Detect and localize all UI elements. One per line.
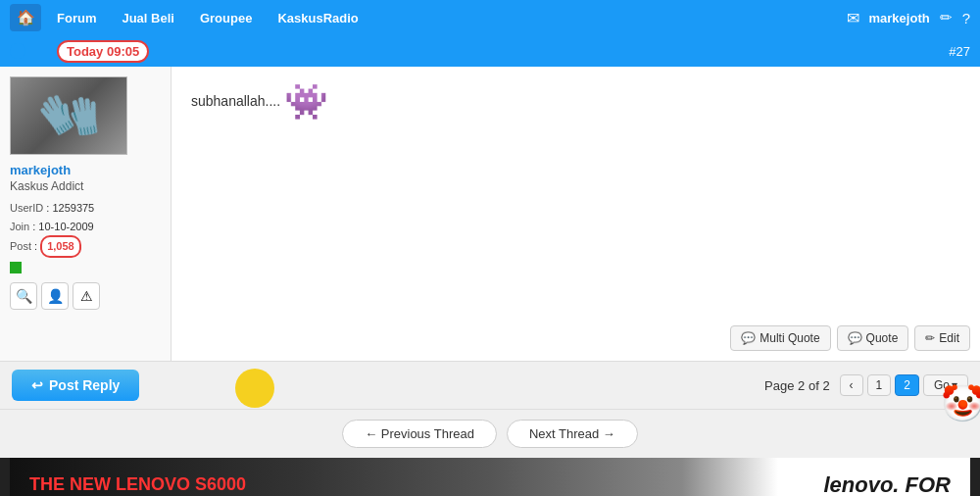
mail-icon[interactable]: ✉ <box>847 9 859 27</box>
user-rank: Kaskus Addict <box>10 179 161 193</box>
help-icon-btn[interactable]: ? <box>962 10 970 26</box>
deco-character: 🤡 <box>941 383 980 442</box>
nav-jualbeli[interactable]: Jual Beli <box>112 7 183 29</box>
next-thread-button[interactable]: Next Thread → <box>507 420 638 448</box>
thread-navigation: ← Previous Thread Next Thread → <box>0 409 980 458</box>
quote-button[interactable]: 💬 Quote <box>837 325 909 351</box>
nav-right-area: ✉ markejoth ✏ ? <box>847 9 970 27</box>
post-emoticon: 👾 <box>284 81 328 123</box>
quote-label: Quote <box>866 331 899 345</box>
multiquote-button[interactable]: 💬 Multi Quote <box>730 325 830 351</box>
post-reply-label: Post Reply <box>49 377 120 393</box>
ad-text: THE NEW LENOVO S6000 <box>29 474 246 495</box>
user-profile-icon[interactable]: 👤 <box>41 282 69 310</box>
advertisement-bar: THE NEW LENOVO S6000 lenovo. FOR <box>0 458 980 496</box>
user-action-icons: 🔍 👤 ⚠ <box>10 282 161 310</box>
userid-row: UserID : 1259375 <box>10 199 161 218</box>
join-label: Join <box>10 221 29 232</box>
user-info-table: UserID : 1259375 Join : 10-10-2009 Post … <box>10 199 161 258</box>
prev-thread-label: ← Previous Thread <box>365 426 474 441</box>
post-count-badge: 1,058 <box>40 235 81 258</box>
join-value: : 10-10-2009 <box>32 221 93 232</box>
top-navigation: 🏠 Forum Jual Beli Groupee KaskusRadio ✉ … <box>0 0 980 35</box>
next-thread-label: Next Thread → <box>529 426 615 441</box>
multiquote-icon: 💬 <box>741 331 756 345</box>
post-reply-button[interactable]: ↩ Post Reply <box>12 370 139 401</box>
page-2-btn[interactable]: 2 <box>895 374 919 396</box>
username-link[interactable]: markejoth <box>10 163 161 177</box>
userid-label: UserID <box>10 202 43 214</box>
home-button[interactable]: 🏠 <box>10 4 41 31</box>
main-post-area: markejoth Kaskus Addict UserID : 1259375… <box>0 67 980 361</box>
nav-kaskusradio[interactable]: KaskusRadio <box>268 7 368 29</box>
post-header-bar: Today 09:05 #27 <box>0 35 980 67</box>
post-text: subhanallah.... 👾 <box>191 81 960 123</box>
edit-pencil-icon: ✏ <box>925 331 935 345</box>
post-timestamp: Today 09:05 <box>57 40 149 63</box>
prev-thread-button[interactable]: ← Previous Thread <box>342 420 497 448</box>
user-search-icon[interactable]: 🔍 <box>10 282 37 310</box>
page-info-label: Page 2 of 2 <box>764 378 830 393</box>
online-indicator <box>10 262 22 273</box>
reply-arrow-icon: ↩ <box>31 377 43 393</box>
ad-brand: lenovo. FOR <box>823 472 951 497</box>
user-sidebar: markejoth Kaskus Addict UserID : 1259375… <box>0 67 172 361</box>
post-action-buttons: 💬 Multi Quote 💬 Quote ✏ Edit <box>730 325 970 351</box>
post-number: #27 <box>949 44 970 59</box>
user-avatar <box>10 76 127 155</box>
avatar-image <box>11 76 126 155</box>
nav-username[interactable]: markejoth <box>869 11 930 25</box>
post-label: Post <box>10 240 31 252</box>
post-body-text: subhanallah.... <box>191 93 280 109</box>
ad-content[interactable]: THE NEW LENOVO S6000 lenovo. FOR <box>10 458 970 496</box>
page-1-btn[interactable]: 1 <box>867 374 892 396</box>
nav-forum[interactable]: Forum <box>47 7 106 29</box>
edit-label: Edit <box>939 331 959 345</box>
quote-icon: 💬 <box>848 331 862 345</box>
multiquote-label: Multi Quote <box>760 331 819 345</box>
pagination-area: Page 2 of 2 ‹ 1 2 Go ▾ <box>764 374 968 396</box>
nav-groupee[interactable]: Groupee <box>190 7 262 29</box>
userid-value: : 1259375 <box>46 202 94 214</box>
post-checkbox[interactable] <box>10 43 25 59</box>
edit-icon-btn[interactable]: ✏ <box>940 9 953 26</box>
post-content-area: subhanallah.... 👾 💬 Multi Quote 💬 Quote … <box>172 67 980 361</box>
bottom-bar: ↩ Post Reply Page 2 of 2 ‹ 1 2 Go ▾ <box>0 361 980 409</box>
post-row: Post : 1,058 <box>10 235 161 258</box>
edit-button[interactable]: ✏ Edit <box>914 325 970 351</box>
user-report-icon[interactable]: ⚠ <box>73 282 100 310</box>
join-row: Join : 10-10-2009 <box>10 218 161 236</box>
prev-page-btn[interactable]: ‹ <box>840 374 863 396</box>
